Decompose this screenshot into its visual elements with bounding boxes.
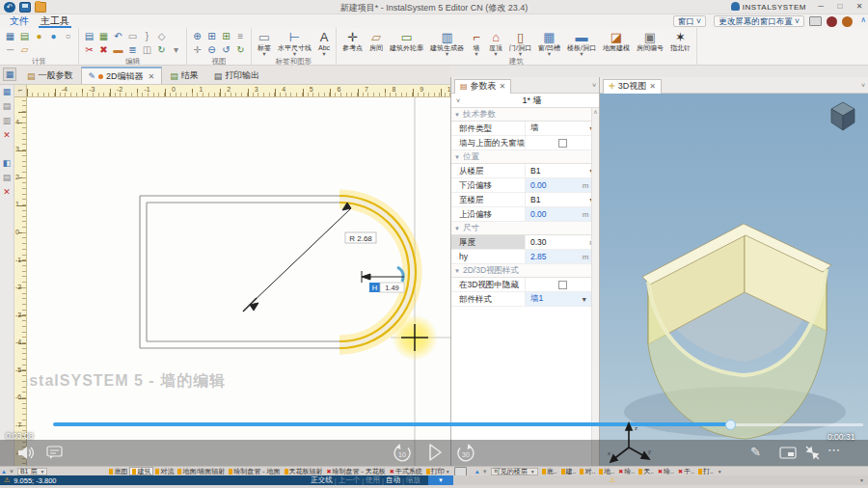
toggle-干式系统[interactable]: ✖干式系统: [388, 467, 424, 475]
warning-icon[interactable]: ⚠: [610, 476, 615, 484]
param-value[interactable]: 0.00m↺: [525, 178, 599, 192]
pip-icon[interactable]: [779, 447, 797, 459]
navigation-cube[interactable]: [831, 102, 854, 130]
toggle-地..[interactable]: 地..: [597, 467, 616, 475]
brace-icon[interactable]: }: [141, 30, 153, 42]
ribbon-button-room-number[interactable]: ▣房间编号: [635, 30, 665, 52]
monitor-icon[interactable]: [809, 16, 822, 26]
params-scrollbar[interactable]: ∧: [591, 108, 599, 466]
panel-menu-icon[interactable]: ˅: [592, 82, 596, 89]
rotate-icon[interactable]: ↻: [155, 43, 168, 56]
zoom-prev-icon[interactable]: ↺: [220, 43, 232, 56]
param-value[interactable]: 0.30m: [525, 235, 599, 249]
snap-option-自动[interactable]: 自动: [386, 475, 400, 485]
monitor-small-icon[interactable]: [454, 467, 467, 476]
left-strip-tab-1[interactable]: ▤: [2, 101, 13, 112]
tab-3d-view[interactable]: ✛ 3D视图 ✕: [603, 79, 662, 94]
floor-down-icon[interactable]: ▼: [482, 469, 488, 474]
toggle-建筑[interactable]: 建筑: [129, 467, 153, 475]
selection-header[interactable]: ˅ 1* 墙: [451, 94, 599, 108]
air-icon[interactable]: ○: [62, 30, 74, 42]
image-icon[interactable]: ▦: [97, 30, 110, 42]
floor-up-icon[interactable]: ▲: [1, 469, 7, 474]
options-icon[interactable]: ▾: [170, 43, 182, 56]
snap-option-缩放[interactable]: 缩放: [406, 475, 420, 485]
toggle-对..[interactable]: 对..: [578, 467, 597, 475]
chevron-down-icon[interactable]: ▼: [581, 296, 587, 303]
select-rect-icon[interactable]: ▭: [126, 30, 139, 42]
ribbon-button-north-arrow[interactable]: ✶指北针: [668, 30, 692, 52]
canvas-2d-editor[interactable]: InstalSYSTEM 5 - 墙的编辑: [27, 97, 450, 466]
ribbon-button-dimension[interactable]: ⊢水平尺寸线▼: [276, 30, 313, 57]
maximize-button[interactable]: □: [831, 0, 849, 14]
zoom-area-icon[interactable]: ⊞: [205, 30, 218, 42]
toggle-绘..[interactable]: ✖绘..: [656, 467, 676, 475]
warning-icon[interactable]: ⚠: [4, 476, 10, 484]
doc-tab-打印输出[interactable]: ▤打印输出: [206, 67, 268, 84]
energy-icon[interactable]: ●: [33, 30, 45, 42]
rewind-10-icon[interactable]: 10: [393, 444, 412, 462]
ribbon-button-window[interactable]: ▦窗/凹槽▼: [536, 30, 562, 57]
section-header-2D/3D视图样式[interactable]: ▼2D/3D视图样式: [451, 264, 599, 278]
layers-icon[interactable]: ≡: [234, 30, 247, 42]
snap-option-上一个[interactable]: 上一个: [339, 475, 361, 485]
snap-option-使用[interactable]: 使用: [366, 475, 380, 485]
shrink-icon[interactable]: [805, 446, 820, 460]
video-progress-bar[interactable]: [53, 422, 863, 426]
checkbox[interactable]: [558, 281, 567, 289]
ribbon-button-generator[interactable]: ▥建筑生成器▼: [428, 30, 466, 57]
water-icon[interactable]: ●: [47, 30, 60, 42]
left-strip-tab-3[interactable]: ✕: [2, 130, 13, 141]
floor-select[interactable]: B1 层▼: [17, 468, 47, 475]
eraser-icon[interactable]: ▬: [112, 43, 124, 56]
ruler-corner[interactable]: ⌐: [14, 85, 27, 97]
minimize-button[interactable]: ─: [812, 0, 829, 14]
param-value[interactable]: [525, 136, 599, 149]
ribbon-button-door[interactable]: ▯门/洞口▼: [507, 30, 533, 57]
toggle-底..[interactable]: 底..: [540, 467, 559, 475]
ribbon-button-outline[interactable]: ▭建筑外轮廓: [388, 30, 425, 52]
order-icon[interactable]: ≣: [126, 43, 139, 56]
ribbon-button-roof[interactable]: ⌂屋顶▼: [487, 30, 504, 57]
progress-handle[interactable]: [725, 420, 736, 430]
toggle-天..[interactable]: 天..: [637, 467, 656, 475]
param-value[interactable]: 墙▼: [525, 122, 599, 135]
left-strip-tab-6[interactable]: ✕: [2, 187, 13, 198]
ribbon-button-wall[interactable]: ⌐墙▼: [469, 30, 484, 57]
toggle-地面/墙面辐射[interactable]: 地面/墙面辐射: [176, 467, 227, 475]
close-icon[interactable]: ✕: [500, 82, 506, 91]
refresh-icon[interactable]: ↻: [234, 43, 247, 56]
ribbon-button-slab[interactable]: ▬楼板/洞口▼: [565, 30, 598, 57]
toggles-overflow-icon[interactable]: ▼: [718, 469, 722, 474]
zoom-out-icon[interactable]: ⊖: [205, 43, 218, 56]
mode-dropdown[interactable]: ▼: [428, 475, 453, 485]
viewport-3d[interactable]: [600, 94, 868, 466]
window-menu-button[interactable]: 窗口 ˅: [673, 15, 706, 27]
left-strip-tab-5[interactable]: ▤: [2, 173, 13, 183]
undo-icon[interactable]: ↶: [112, 30, 124, 42]
pan-icon[interactable]: ✛: [191, 43, 203, 56]
close-icon[interactable]: ✕: [149, 72, 155, 81]
checkbox[interactable]: [558, 139, 567, 148]
annotate-pencil-icon[interactable]: ✎: [750, 445, 761, 459]
status-overflow-icon[interactable]: ▼: [859, 477, 864, 483]
zoom-all-icon[interactable]: ⊞: [220, 30, 232, 42]
close-icon[interactable]: ✕: [649, 82, 656, 91]
close-button[interactable]: ✕: [851, 0, 868, 14]
doc-tab-2D编辑器[interactable]: ✎2D编辑器✕: [81, 67, 163, 84]
ribbon-button-ref-point[interactable]: ✛参考点: [340, 30, 365, 52]
calculator-icon[interactable]: ▦: [4, 30, 16, 42]
toggle-绘..[interactable]: ✖绘..: [616, 467, 637, 475]
left-strip-tab-4[interactable]: ◧: [2, 158, 13, 169]
paste-icon[interactable]: ▤: [83, 30, 95, 42]
param-value[interactable]: B1▼: [525, 164, 599, 177]
chevron-down-icon[interactable]: ▼: [446, 469, 450, 474]
section-header-位置[interactable]: ▼位置: [451, 150, 599, 164]
collapse-ribbon-button[interactable]: ∧: [860, 15, 866, 24]
left-strip-tab-0[interactable]: ▦: [2, 87, 13, 97]
room-walls[interactable]: [140, 196, 343, 348]
param-value[interactable]: [525, 278, 599, 291]
toggle-建..[interactable]: 建..: [559, 467, 579, 475]
folder-icon[interactable]: ▱: [18, 43, 31, 56]
volume-icon[interactable]: [17, 446, 35, 460]
